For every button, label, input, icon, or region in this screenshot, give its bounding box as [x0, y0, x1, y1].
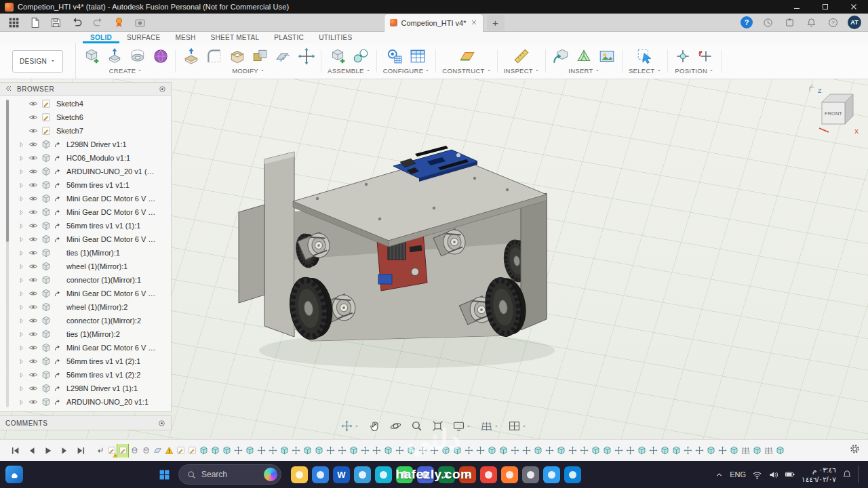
expand-arrow-icon[interactable] [18, 344, 26, 352]
browser-item-label[interactable]: Mini Gear DC Motor 6 V Yellow v2... [66, 208, 156, 216]
ribbon-tab-utilities[interactable]: UTILITIES [311, 32, 359, 43]
browser-item-label[interactable]: ARDUINO-UNO_20 v1:1 [66, 398, 149, 406]
browser-item-label[interactable]: 56mm tires v1 v1:1 [66, 181, 130, 189]
visibility-eye-icon[interactable] [28, 113, 41, 122]
timeline-feature-move[interactable] [625, 444, 635, 458]
browser-item-label[interactable]: connector (1)(Mirror):1 [66, 276, 141, 284]
browser-item-l298n-driver-v1-1-1[interactable]: L298N Driver v1 (1):1 [0, 382, 171, 395]
ribbon-group-label[interactable]: ASSEMBLE [328, 67, 371, 75]
joint-icon[interactable] [351, 47, 370, 65]
visibility-eye-icon[interactable] [28, 357, 41, 366]
timeline-feature-return[interactable] [94, 444, 105, 458]
timeline-feature-move[interactable] [648, 444, 658, 458]
expand-arrow-icon[interactable] [18, 304, 26, 311]
browser-item-wheel-1-mirror-2[interactable]: wheel (1)(Mirror):2 [0, 300, 171, 314]
timeline-feature-move[interactable] [290, 444, 301, 458]
timeline-feature-comp[interactable] [440, 444, 451, 458]
visibility-eye-icon[interactable] [28, 289, 41, 298]
grid-display-icon[interactable] [481, 420, 499, 432]
visibility-eye-icon[interactable] [28, 262, 41, 271]
timeline-feature-move[interactable] [682, 444, 693, 458]
timeline-feature-move[interactable] [359, 444, 370, 458]
browser-item-label[interactable]: 56mm tires v1 v1 (1):1 [66, 222, 140, 230]
timeline-feature-grid[interactable] [763, 444, 774, 458]
word-icon[interactable]: W [333, 466, 350, 483]
timeline-feature-comp[interactable] [382, 444, 393, 458]
visibility-eye-icon[interactable] [28, 275, 41, 285]
construct-plane-icon[interactable] [458, 47, 476, 65]
offset-face-icon[interactable] [274, 47, 292, 65]
revolve-icon[interactable] [128, 47, 146, 65]
wifi-icon[interactable] [752, 470, 762, 480]
browser-item-mini-gear-dc-motor-6-v-yello[interactable]: Mini Gear DC Motor 6 V Yello... [0, 192, 171, 205]
visibility-eye-icon[interactable] [28, 99, 41, 108]
visibility-eye-icon[interactable] [28, 343, 41, 352]
visibility-eye-icon[interactable] [28, 235, 41, 244]
browser-item-ties-1-mirror-1[interactable]: ties (1)(Mirror):1 [0, 246, 171, 260]
model-viewport[interactable]: BROWSER Sketch4Sketch6Sketch7L298N Drive… [0, 79, 868, 439]
volume-icon[interactable] [768, 470, 778, 480]
browser-item-sketch6[interactable]: Sketch6 [0, 110, 171, 124]
ribbon-group-label[interactable]: INSPECT [504, 67, 540, 75]
timeline-feature-comp[interactable] [671, 444, 682, 458]
browser-item-connector-1-mirror-1[interactable]: connector (1)(Mirror):1 [0, 273, 171, 287]
timeline-step-forward-button[interactable] [58, 445, 70, 456]
visibility-eye-icon[interactable] [28, 316, 41, 325]
display-settings-icon[interactable] [453, 420, 471, 432]
expand-arrow-icon[interactable] [18, 141, 26, 148]
browser-item-label[interactable]: ARDUINO-UNO_20 v1 (1):1 [66, 167, 156, 176]
settings-icon[interactable] [522, 466, 539, 483]
ribbon-group-label[interactable]: MODIFY [232, 67, 265, 75]
timeline-feature-comp[interactable] [498, 444, 509, 458]
timeline-feature-comp[interactable] [210, 444, 220, 458]
expand-arrow-icon[interactable] [18, 155, 26, 162]
browser-item-56mm-tires-v1-v1-1-1[interactable]: 56mm tires v1 v1 (1):1 [0, 219, 171, 232]
press-pull-icon[interactable] [182, 47, 200, 65]
browser-item-label[interactable]: 56mm tires v1 v1 (2):2 [66, 371, 140, 379]
visibility-eye-icon[interactable] [28, 194, 41, 203]
move-copy-icon[interactable] [297, 47, 315, 65]
ribbon-group-label[interactable]: INSERT [568, 67, 599, 75]
store-icon[interactable] [375, 466, 392, 483]
visibility-eye-icon[interactable] [28, 180, 41, 190]
ribbon-tab-solid[interactable]: SOLID [83, 32, 119, 43]
expand-arrow-icon[interactable] [18, 399, 26, 406]
pan-icon[interactable] [369, 420, 380, 432]
account-avatar[interactable]: AT [848, 16, 861, 29]
browser-item-56mm-tires-v1-v1-2-2[interactable]: 56mm tires v1 v1 (2):2 [0, 368, 171, 382]
position-icon[interactable] [341, 420, 359, 432]
look-at-icon[interactable] [411, 420, 422, 432]
language-indicator[interactable]: ENG [730, 470, 746, 479]
timeline-feature-comp[interactable] [659, 444, 670, 458]
collapse-panel-icon[interactable] [5, 85, 12, 94]
timeline-feature-move[interactable] [371, 444, 382, 458]
browser-item-mini-gear-dc-motor-6-v-yellow-v2[interactable]: Mini Gear DC Motor 6 V Yellow v2... [0, 205, 171, 219]
timeline-feature-move[interactable] [256, 444, 267, 458]
browser-item-label[interactable]: Mini Gear DC Motor 6 V Yello... [66, 195, 156, 203]
ribbon-tab-sheet-metal[interactable]: SHEET METAL [203, 32, 267, 43]
browser-item-label[interactable]: Sketch4 [56, 100, 83, 108]
measure-icon[interactable] [513, 47, 531, 65]
browser-item-label[interactable]: Mini Gear DC Motor 6 V Yellow v2... [66, 289, 156, 298]
timeline-feature-move[interactable] [233, 444, 243, 458]
form-icon[interactable] [151, 47, 170, 65]
insert-mesh-icon[interactable] [575, 47, 593, 65]
timeline-feature-comp[interactable] [348, 444, 359, 458]
timeline-feature-move[interactable] [567, 444, 578, 458]
timeline-feature-move[interactable] [521, 444, 532, 458]
timeline-feature-comp[interactable] [532, 444, 543, 458]
combine-icon[interactable] [251, 47, 269, 65]
browser-item-l298n-driver-v1-1[interactable]: L298N Driver v1:1 [0, 138, 171, 151]
browser-item-label[interactable]: Sketch7 [56, 127, 83, 135]
browser-item-label[interactable]: wheel (1)(Mirror):1 [66, 262, 127, 270]
timeline-feature-move[interactable] [717, 444, 728, 458]
fusion-icon[interactable] [501, 466, 518, 483]
timeline-feature-sketch[interactable] [175, 444, 186, 458]
ribbon-tab-surface[interactable]: SURFACE [119, 32, 167, 43]
timeline-feature-comp[interactable] [452, 444, 462, 458]
timeline-feature-sketch[interactable] [186, 444, 197, 458]
timeline-feature-move[interactable] [267, 444, 278, 458]
configuration-table-icon[interactable] [409, 47, 427, 65]
expand-arrow-icon[interactable] [18, 168, 26, 176]
insert-derive-icon[interactable] [552, 47, 570, 65]
